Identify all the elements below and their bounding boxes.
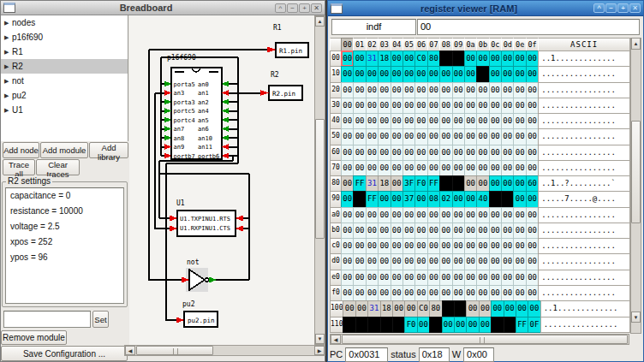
register-cell[interactable]: 00 [341,253,354,270]
register-cell[interactable]: 00 [452,66,465,82]
column-header-0a[interactable]: 0a [464,38,477,51]
register-cell[interactable]: 00 [501,175,514,192]
register-cell[interactable]: 00 [526,191,539,207]
register-cell[interactable]: 00 [489,145,502,161]
register-cell[interactable]: 00 [476,82,489,98]
register-cell[interactable]: 31 [367,300,380,317]
register-cell[interactable]: 00 [353,145,366,161]
register-cell[interactable]: 00 [464,66,477,82]
register-cell[interactable]: 00 [414,191,427,207]
register-cell[interactable]: 00 [501,128,514,145]
column-header-0c[interactable]: 0c [489,38,502,51]
register-cell[interactable]: 00 [489,113,502,129]
register-cell[interactable]: 00 [353,285,366,301]
vscroll-thumb[interactable] [315,119,325,239]
register-cell[interactable]: 00 [526,98,539,114]
u1-module[interactable] [177,211,236,236]
register-cell[interactable]: 00 [501,223,514,239]
register-cell[interactable]: 00 [353,128,366,145]
register-cell[interactable]: 00 [366,98,379,114]
register-cell[interactable]: 00 [353,160,366,176]
register-cell[interactable]: 18 [378,50,391,67]
register-cell[interactable]: 00 [489,238,502,254]
register-cell[interactable]: 00 [452,238,465,254]
trace-all-button[interactable]: Trace all [3,159,35,175]
register-cell[interactable]: 00 [366,160,379,176]
add-node-button[interactable]: Add node [3,142,39,158]
register-cell[interactable]: 00 [427,82,440,98]
register-cell[interactable] [439,175,452,192]
register-cell[interactable]: 00 [439,207,452,223]
register-cell[interactable]: 18 [378,175,391,192]
register-cell[interactable]: 00 [391,50,403,67]
register-cell[interactable]: 00 [353,238,366,254]
register-cell[interactable]: 00 [341,66,354,82]
register-cell[interactable]: 00 [341,145,354,161]
register-cell[interactable]: 00 [427,145,440,161]
register-cell[interactable]: 00 [513,82,526,98]
register-cell[interactable]: 00 [378,66,391,82]
register-cell[interactable]: 00 [476,270,489,286]
expander-icon[interactable]: ▶ [4,34,12,41]
register-cell[interactable]: 00 [476,223,489,239]
register-cell[interactable]: 00 [378,82,391,98]
register-cell[interactable]: 00 [452,160,465,176]
register-cell[interactable]: 00 [464,128,477,145]
register-viewer-titlebar[interactable]: register viewer [RAM] ^ − + ✕ [328,1,643,16]
register-cell[interactable]: 00 [402,50,415,67]
register-cell[interactable]: 00 [513,270,526,286]
settings-line[interactable]: ypos = 96 [6,250,123,265]
expander-icon[interactable]: ▶ [4,20,12,27]
register-cell[interactable]: 00 [414,207,427,223]
register-cell[interactable]: 00 [464,223,477,239]
register-cell[interactable]: 00 [343,300,355,317]
register-cell[interactable]: 00 [501,66,514,82]
register-cell[interactable]: 00 [391,113,403,129]
register-cell[interactable]: 00 [366,113,379,129]
register-cell[interactable]: 00 [489,50,502,67]
column-header-0e[interactable]: 0e [513,38,526,51]
register-cell[interactable]: 00 [414,270,427,286]
register-cell[interactable]: 00 [391,145,403,161]
row-header-110[interactable]: 110 [330,317,343,333]
register-cell[interactable]: 00 [526,50,539,67]
register-cell[interactable]: 00 [392,300,405,317]
register-cell[interactable]: 00 [476,175,489,192]
register-cell[interactable]: 00 [526,145,539,161]
register-cell[interactable]: 00 [366,238,379,254]
register-cell[interactable]: 00 [489,207,502,223]
row-header-60[interactable]: 60 [330,145,342,161]
register-cell[interactable]: 00 [414,223,427,239]
register-cell[interactable]: 00 [476,207,489,223]
register-cell[interactable]: 00 [464,191,477,207]
register-cell[interactable]: 00 [513,238,526,254]
register-cell[interactable]: F0 [404,317,417,333]
column-header-0f[interactable]: 0f [526,38,539,51]
register-cell[interactable] [476,66,489,82]
minimize-button[interactable]: − [287,3,298,13]
register-cell[interactable]: 00 [439,253,452,270]
register-cell[interactable]: 60 [526,175,539,192]
register-cell[interactable]: 00 [366,270,379,286]
status-value[interactable]: 0x18 [419,347,450,362]
tree-item-pu2[interactable]: ▶pu2 [1,88,128,103]
register-cell[interactable]: 00 [501,113,514,129]
register-cell[interactable] [343,317,355,333]
register-cell[interactable]: 80 [429,300,442,317]
maximize-button[interactable]: + [617,3,629,13]
tree-item-U1[interactable]: ▶U1 [1,103,128,117]
register-cell[interactable]: 00 [378,145,391,161]
register-cell[interactable]: 00 [464,238,477,254]
register-cell[interactable]: 80 [427,50,440,67]
register-cell[interactable]: 00 [464,253,477,270]
register-cell[interactable]: 00 [501,253,514,270]
register-cell[interactable]: FF [427,175,440,192]
register-cell[interactable]: 00 [489,66,502,82]
register-cell[interactable]: 00 [366,223,379,239]
tree-item-p16f690[interactable]: ▶p16f690 [1,30,128,45]
register-cell[interactable] [504,317,516,333]
register-cell[interactable]: 00 [489,175,502,192]
expander-icon[interactable]: ▶ [4,107,12,114]
register-cell[interactable]: 00 [427,270,440,286]
register-cell[interactable]: 00 [513,66,526,82]
